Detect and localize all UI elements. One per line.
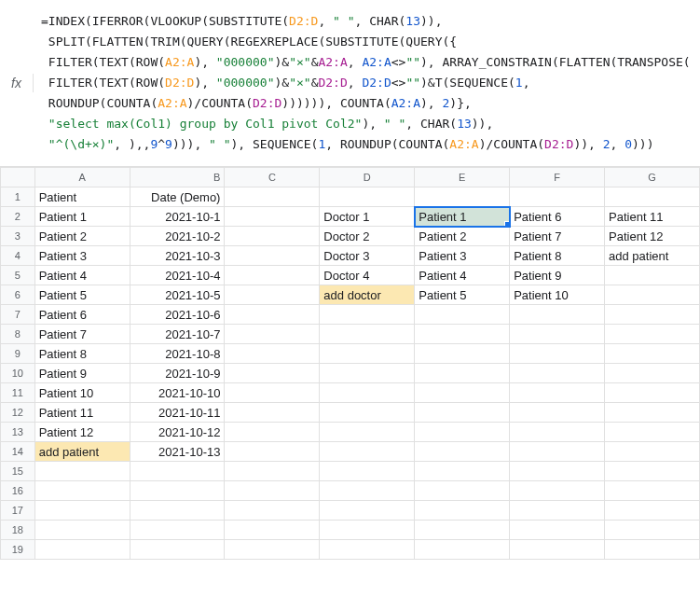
cell-B11[interactable]: 2021-10-10 <box>130 383 225 403</box>
cell-B2[interactable]: 2021-10-1 <box>130 207 225 227</box>
cell-G7[interactable] <box>605 305 700 325</box>
cell-E14[interactable] <box>415 442 510 462</box>
col-header-C[interactable]: C <box>225 168 320 187</box>
cell-C8[interactable] <box>225 325 320 344</box>
row-header[interactable]: 7 <box>1 305 35 325</box>
cell-C10[interactable] <box>225 364 320 383</box>
cell-E8[interactable] <box>415 325 510 344</box>
cell-E9[interactable] <box>415 344 510 364</box>
row-header[interactable]: 3 <box>1 227 35 246</box>
cell-D18[interactable] <box>320 521 415 540</box>
row-header[interactable]: 14 <box>1 442 35 462</box>
cell-C2[interactable] <box>225 207 320 227</box>
cell-B15[interactable] <box>130 462 225 481</box>
cell-E18[interactable] <box>415 521 510 540</box>
row-header[interactable]: 18 <box>1 521 35 540</box>
col-header-F[interactable]: F <box>510 168 605 187</box>
row-header[interactable]: 1 <box>1 187 35 207</box>
cell-F13[interactable] <box>510 423 605 442</box>
cell-B16[interactable] <box>130 481 225 501</box>
cell-E2[interactable]: Patient 1 <box>415 207 510 227</box>
cell-C5[interactable] <box>225 266 320 285</box>
cell-D11[interactable] <box>320 383 415 403</box>
cell-B14[interactable]: 2021-10-13 <box>130 442 225 462</box>
cell-D8[interactable] <box>320 325 415 344</box>
row-header[interactable]: 9 <box>1 344 35 364</box>
cell-F15[interactable] <box>510 462 605 481</box>
cell-A15[interactable] <box>34 462 130 481</box>
cell-C4[interactable] <box>225 246 320 266</box>
cell-B18[interactable] <box>130 521 225 540</box>
cell-G19[interactable] <box>605 540 700 560</box>
cell-A17[interactable] <box>34 501 130 521</box>
cell-B4[interactable]: 2021-10-3 <box>130 246 225 266</box>
cell-F5[interactable]: Patient 9 <box>510 266 605 285</box>
select-all-corner[interactable] <box>1 168 35 187</box>
cell-D6[interactable]: add doctor <box>320 285 415 305</box>
cell-G16[interactable] <box>605 481 700 501</box>
cell-D5[interactable]: Doctor 4 <box>320 266 415 285</box>
cell-F9[interactable] <box>510 344 605 364</box>
row-header[interactable]: 12 <box>1 403 35 423</box>
cell-B3[interactable]: 2021-10-2 <box>130 227 225 246</box>
cell-A2[interactable]: Patient 1 <box>34 207 130 227</box>
cell-F7[interactable] <box>510 305 605 325</box>
cell-A12[interactable]: Patient 11 <box>34 403 130 423</box>
cell-C9[interactable] <box>225 344 320 364</box>
cell-B6[interactable]: 2021-10-5 <box>130 285 225 305</box>
cell-G9[interactable] <box>605 344 700 364</box>
cell-D1[interactable] <box>320 187 415 207</box>
row-header[interactable]: 16 <box>1 481 35 501</box>
row-header[interactable]: 2 <box>1 207 35 227</box>
row-header[interactable]: 19 <box>1 540 35 560</box>
cell-E5[interactable]: Patient 4 <box>415 266 510 285</box>
row-header[interactable]: 8 <box>1 325 35 344</box>
cell-E6[interactable]: Patient 5 <box>415 285 510 305</box>
cell-B19[interactable] <box>130 540 225 560</box>
cell-D3[interactable]: Doctor 2 <box>320 227 415 246</box>
cell-G8[interactable] <box>605 325 700 344</box>
cell-A5[interactable]: Patient 4 <box>34 266 130 285</box>
cell-C13[interactable] <box>225 423 320 442</box>
cell-C17[interactable] <box>225 501 320 521</box>
cell-E13[interactable] <box>415 423 510 442</box>
cell-G2[interactable]: Patient 11 <box>605 207 700 227</box>
cell-F12[interactable] <box>510 403 605 423</box>
cell-F6[interactable]: Patient 10 <box>510 285 605 305</box>
formula-input[interactable]: =INDEX(IFERROR(VLOOKUP(SUBSTITUTE(D2:D, … <box>34 7 700 159</box>
cell-F10[interactable] <box>510 364 605 383</box>
cell-F11[interactable] <box>510 383 605 403</box>
cell-C19[interactable] <box>225 540 320 560</box>
cell-B7[interactable]: 2021-10-6 <box>130 305 225 325</box>
cell-A7[interactable]: Patient 6 <box>34 305 130 325</box>
cell-E11[interactable] <box>415 383 510 403</box>
cell-E16[interactable] <box>415 481 510 501</box>
cell-E19[interactable] <box>415 540 510 560</box>
cell-D10[interactable] <box>320 364 415 383</box>
cell-A18[interactable] <box>34 521 130 540</box>
cell-F16[interactable] <box>510 481 605 501</box>
cell-F14[interactable] <box>510 442 605 462</box>
row-header[interactable]: 5 <box>1 266 35 285</box>
cell-E10[interactable] <box>415 364 510 383</box>
row-header[interactable]: 4 <box>1 246 35 266</box>
cell-A11[interactable]: Patient 10 <box>34 383 130 403</box>
cell-B9[interactable]: 2021-10-8 <box>130 344 225 364</box>
row-header[interactable]: 11 <box>1 383 35 403</box>
cell-C6[interactable] <box>225 285 320 305</box>
cell-C12[interactable] <box>225 403 320 423</box>
cell-G5[interactable] <box>605 266 700 285</box>
cell-E17[interactable] <box>415 501 510 521</box>
cell-D7[interactable] <box>320 305 415 325</box>
cell-B1[interactable]: Date (Demo) <box>130 187 225 207</box>
cell-C7[interactable] <box>225 305 320 325</box>
col-header-A[interactable]: A <box>34 168 130 187</box>
row-header[interactable]: 15 <box>1 462 35 481</box>
cell-A10[interactable]: Patient 9 <box>34 364 130 383</box>
cell-G10[interactable] <box>605 364 700 383</box>
cell-F8[interactable] <box>510 325 605 344</box>
cell-G6[interactable] <box>605 285 700 305</box>
cell-A8[interactable]: Patient 7 <box>34 325 130 344</box>
cell-E3[interactable]: Patient 2 <box>415 227 510 246</box>
col-header-D[interactable]: D <box>320 168 415 187</box>
